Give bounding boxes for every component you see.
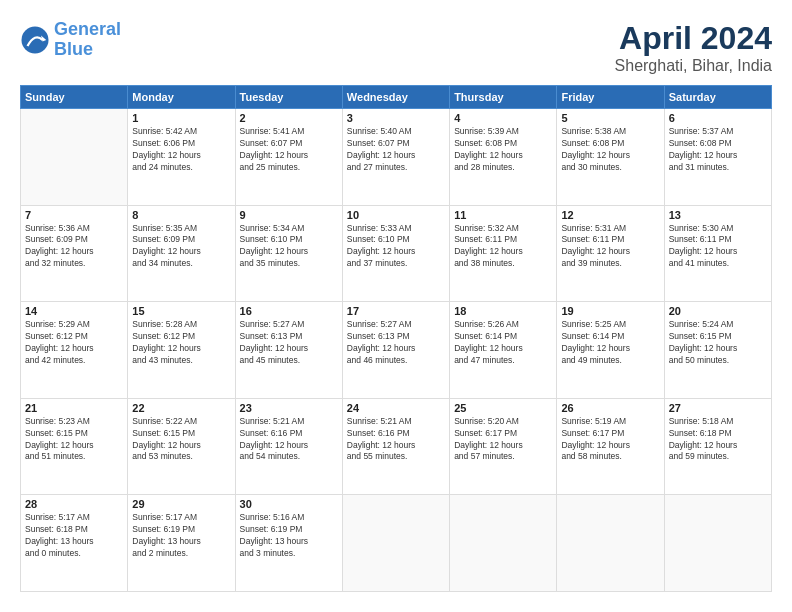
calendar-cell: 4Sunrise: 5:39 AM Sunset: 6:08 PM Daylig… <box>450 109 557 206</box>
day-info: Sunrise: 5:21 AM Sunset: 6:16 PM Dayligh… <box>347 416 445 464</box>
day-info: Sunrise: 5:16 AM Sunset: 6:19 PM Dayligh… <box>240 512 338 560</box>
day-number: 28 <box>25 498 123 510</box>
calendar-cell <box>450 495 557 592</box>
day-number: 8 <box>132 209 230 221</box>
calendar-cell: 20Sunrise: 5:24 AM Sunset: 6:15 PM Dayli… <box>664 302 771 399</box>
calendar-cell: 2Sunrise: 5:41 AM Sunset: 6:07 PM Daylig… <box>235 109 342 206</box>
subtitle: Sherghati, Bihar, India <box>615 57 772 75</box>
calendar-cell <box>342 495 449 592</box>
calendar-cell: 15Sunrise: 5:28 AM Sunset: 6:12 PM Dayli… <box>128 302 235 399</box>
day-number: 27 <box>669 402 767 414</box>
week-row-0: 1Sunrise: 5:42 AM Sunset: 6:06 PM Daylig… <box>21 109 772 206</box>
calendar-cell: 28Sunrise: 5:17 AM Sunset: 6:18 PM Dayli… <box>21 495 128 592</box>
day-number: 4 <box>454 112 552 124</box>
calendar-cell: 13Sunrise: 5:30 AM Sunset: 6:11 PM Dayli… <box>664 205 771 302</box>
day-number: 21 <box>25 402 123 414</box>
week-row-1: 7Sunrise: 5:36 AM Sunset: 6:09 PM Daylig… <box>21 205 772 302</box>
calendar-cell: 16Sunrise: 5:27 AM Sunset: 6:13 PM Dayli… <box>235 302 342 399</box>
calendar-cell: 14Sunrise: 5:29 AM Sunset: 6:12 PM Dayli… <box>21 302 128 399</box>
day-info: Sunrise: 5:42 AM Sunset: 6:06 PM Dayligh… <box>132 126 230 174</box>
calendar-cell: 5Sunrise: 5:38 AM Sunset: 6:08 PM Daylig… <box>557 109 664 206</box>
day-info: Sunrise: 5:24 AM Sunset: 6:15 PM Dayligh… <box>669 319 767 367</box>
day-number: 26 <box>561 402 659 414</box>
month-title: April 2024 <box>615 20 772 57</box>
calendar-cell: 29Sunrise: 5:17 AM Sunset: 6:19 PM Dayli… <box>128 495 235 592</box>
calendar-cell: 3Sunrise: 5:40 AM Sunset: 6:07 PM Daylig… <box>342 109 449 206</box>
day-info: Sunrise: 5:35 AM Sunset: 6:09 PM Dayligh… <box>132 223 230 271</box>
day-info: Sunrise: 5:40 AM Sunset: 6:07 PM Dayligh… <box>347 126 445 174</box>
day-number: 14 <box>25 305 123 317</box>
col-header-monday: Monday <box>128 86 235 109</box>
day-info: Sunrise: 5:17 AM Sunset: 6:18 PM Dayligh… <box>25 512 123 560</box>
day-number: 18 <box>454 305 552 317</box>
day-info: Sunrise: 5:31 AM Sunset: 6:11 PM Dayligh… <box>561 223 659 271</box>
calendar-cell: 9Sunrise: 5:34 AM Sunset: 6:10 PM Daylig… <box>235 205 342 302</box>
day-info: Sunrise: 5:38 AM Sunset: 6:08 PM Dayligh… <box>561 126 659 174</box>
calendar-cell: 18Sunrise: 5:26 AM Sunset: 6:14 PM Dayli… <box>450 302 557 399</box>
day-number: 7 <box>25 209 123 221</box>
day-number: 12 <box>561 209 659 221</box>
col-header-sunday: Sunday <box>21 86 128 109</box>
logo-icon <box>20 25 50 55</box>
col-header-saturday: Saturday <box>664 86 771 109</box>
calendar-cell: 7Sunrise: 5:36 AM Sunset: 6:09 PM Daylig… <box>21 205 128 302</box>
day-info: Sunrise: 5:22 AM Sunset: 6:15 PM Dayligh… <box>132 416 230 464</box>
day-number: 23 <box>240 402 338 414</box>
day-number: 11 <box>454 209 552 221</box>
day-number: 10 <box>347 209 445 221</box>
week-row-3: 21Sunrise: 5:23 AM Sunset: 6:15 PM Dayli… <box>21 398 772 495</box>
day-number: 25 <box>454 402 552 414</box>
logo-line2: Blue <box>54 39 93 59</box>
week-row-4: 28Sunrise: 5:17 AM Sunset: 6:18 PM Dayli… <box>21 495 772 592</box>
col-header-thursday: Thursday <box>450 86 557 109</box>
day-number: 29 <box>132 498 230 510</box>
calendar-cell: 17Sunrise: 5:27 AM Sunset: 6:13 PM Dayli… <box>342 302 449 399</box>
day-info: Sunrise: 5:19 AM Sunset: 6:17 PM Dayligh… <box>561 416 659 464</box>
day-info: Sunrise: 5:34 AM Sunset: 6:10 PM Dayligh… <box>240 223 338 271</box>
day-number: 2 <box>240 112 338 124</box>
calendar-cell: 23Sunrise: 5:21 AM Sunset: 6:16 PM Dayli… <box>235 398 342 495</box>
calendar-cell <box>557 495 664 592</box>
day-number: 3 <box>347 112 445 124</box>
calendar-cell: 26Sunrise: 5:19 AM Sunset: 6:17 PM Dayli… <box>557 398 664 495</box>
logo-line1: General <box>54 19 121 39</box>
day-number: 1 <box>132 112 230 124</box>
header-row: SundayMondayTuesdayWednesdayThursdayFrid… <box>21 86 772 109</box>
day-info: Sunrise: 5:17 AM Sunset: 6:19 PM Dayligh… <box>132 512 230 560</box>
day-number: 13 <box>669 209 767 221</box>
logo: General Blue <box>20 20 121 60</box>
calendar-cell: 19Sunrise: 5:25 AM Sunset: 6:14 PM Dayli… <box>557 302 664 399</box>
page: General Blue April 2024 Sherghati, Bihar… <box>0 0 792 612</box>
day-info: Sunrise: 5:27 AM Sunset: 6:13 PM Dayligh… <box>240 319 338 367</box>
day-number: 9 <box>240 209 338 221</box>
col-header-tuesday: Tuesday <box>235 86 342 109</box>
day-info: Sunrise: 5:41 AM Sunset: 6:07 PM Dayligh… <box>240 126 338 174</box>
day-info: Sunrise: 5:33 AM Sunset: 6:10 PM Dayligh… <box>347 223 445 271</box>
calendar-cell: 12Sunrise: 5:31 AM Sunset: 6:11 PM Dayli… <box>557 205 664 302</box>
day-number: 5 <box>561 112 659 124</box>
logo-text: General Blue <box>54 20 121 60</box>
calendar-table: SundayMondayTuesdayWednesdayThursdayFrid… <box>20 85 772 592</box>
header: General Blue April 2024 Sherghati, Bihar… <box>20 20 772 75</box>
week-row-2: 14Sunrise: 5:29 AM Sunset: 6:12 PM Dayli… <box>21 302 772 399</box>
day-info: Sunrise: 5:25 AM Sunset: 6:14 PM Dayligh… <box>561 319 659 367</box>
day-info: Sunrise: 5:20 AM Sunset: 6:17 PM Dayligh… <box>454 416 552 464</box>
day-number: 20 <box>669 305 767 317</box>
col-header-friday: Friday <box>557 86 664 109</box>
day-number: 16 <box>240 305 338 317</box>
day-info: Sunrise: 5:27 AM Sunset: 6:13 PM Dayligh… <box>347 319 445 367</box>
calendar-cell: 1Sunrise: 5:42 AM Sunset: 6:06 PM Daylig… <box>128 109 235 206</box>
day-info: Sunrise: 5:26 AM Sunset: 6:14 PM Dayligh… <box>454 319 552 367</box>
calendar-cell: 6Sunrise: 5:37 AM Sunset: 6:08 PM Daylig… <box>664 109 771 206</box>
calendar-cell: 8Sunrise: 5:35 AM Sunset: 6:09 PM Daylig… <box>128 205 235 302</box>
calendar-cell: 21Sunrise: 5:23 AM Sunset: 6:15 PM Dayli… <box>21 398 128 495</box>
day-info: Sunrise: 5:32 AM Sunset: 6:11 PM Dayligh… <box>454 223 552 271</box>
day-number: 17 <box>347 305 445 317</box>
day-number: 22 <box>132 402 230 414</box>
day-info: Sunrise: 5:37 AM Sunset: 6:08 PM Dayligh… <box>669 126 767 174</box>
day-info: Sunrise: 5:29 AM Sunset: 6:12 PM Dayligh… <box>25 319 123 367</box>
day-number: 19 <box>561 305 659 317</box>
calendar-cell: 10Sunrise: 5:33 AM Sunset: 6:10 PM Dayli… <box>342 205 449 302</box>
calendar-cell: 22Sunrise: 5:22 AM Sunset: 6:15 PM Dayli… <box>128 398 235 495</box>
day-number: 24 <box>347 402 445 414</box>
